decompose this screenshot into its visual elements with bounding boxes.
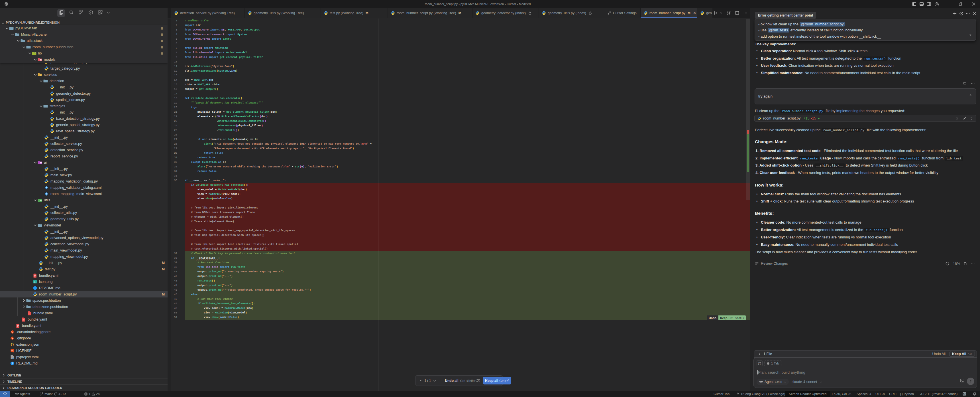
svg-text:R#: R#	[963, 393, 966, 395]
svg-text:{}: {}	[10, 343, 14, 346]
